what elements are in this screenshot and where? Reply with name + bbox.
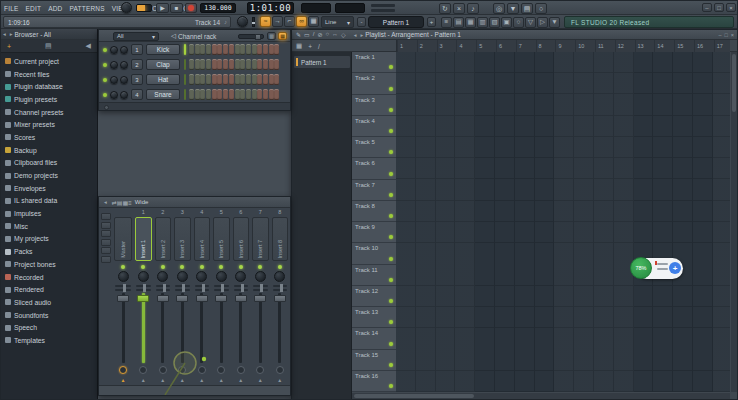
- menu-item[interactable]: FILE: [4, 5, 19, 12]
- news-banner[interactable]: FL STUDIO 20 Released: [564, 16, 734, 28]
- browser-list-item[interactable]: Plugin database: [1, 80, 97, 93]
- track-mute-led[interactable]: [389, 172, 393, 176]
- screen-share-overlay[interactable]: 78% +: [630, 257, 683, 280]
- strip-eq-knob[interactable]: [178, 366, 186, 374]
- piano-roll-icon[interactable]: ▤: [453, 17, 464, 28]
- plugin-picker-icon[interactable]: ▣: [501, 17, 512, 28]
- sync-icon[interactable]: ↻: [439, 3, 451, 14]
- step-cell[interactable]: [274, 44, 279, 55]
- track-mute-led[interactable]: [389, 299, 393, 303]
- browser-list-item[interactable]: Plugin presets: [1, 93, 97, 106]
- browser-list-item[interactable]: Project bones: [1, 258, 97, 271]
- step-cell[interactable]: [200, 44, 205, 55]
- menu-item[interactable]: ADD: [48, 5, 62, 12]
- playlist-track-header[interactable]: Track 6: [352, 158, 396, 179]
- strip-pan-knob[interactable]: [255, 271, 266, 282]
- ruler-bar-number[interactable]: 15: [674, 40, 694, 52]
- channel-select-indicator[interactable]: [184, 89, 186, 100]
- track-mute-led[interactable]: [389, 108, 393, 112]
- strip-stereo-sliders[interactable]: [214, 285, 229, 293]
- strip-fader[interactable]: [193, 293, 212, 363]
- strip-name-plate[interactable]: Insert 7: [252, 217, 269, 261]
- strip-pan-knob[interactable]: [138, 271, 149, 282]
- main-pitch-slider[interactable]: [252, 17, 255, 27]
- browser-list-item[interactable]: Backup: [1, 144, 97, 157]
- channel-pan-knob[interactable]: [110, 76, 118, 84]
- strip-mute-led[interactable]: [239, 265, 243, 269]
- channel-rack-titlebar[interactable]: All ▾ ◁ Channel rack ▥ ▦: [99, 30, 290, 42]
- plugin-icon[interactable]: ▤: [521, 3, 533, 14]
- picker-pattern-item[interactable]: Pattern 1: [294, 56, 350, 68]
- step-cell[interactable]: [269, 89, 274, 100]
- strip-pan-knob[interactable]: [118, 271, 129, 282]
- channel-mute-led[interactable]: [103, 63, 107, 67]
- scroll-thumb[interactable]: [732, 54, 736, 112]
- pattern-next-button[interactable]: +: [427, 17, 436, 27]
- channel-pan-knob[interactable]: [110, 46, 118, 54]
- strip-route-arrow-icon[interactable]: ▲: [134, 377, 153, 383]
- track-mute-led[interactable]: [389, 65, 393, 69]
- step-cell[interactable]: [235, 89, 240, 100]
- strip-eq-knob[interactable]: [256, 366, 264, 374]
- channel-number-button[interactable]: 1: [131, 44, 143, 55]
- strip-eq-knob[interactable]: [237, 366, 245, 374]
- file-icon[interactable]: ▤: [45, 42, 52, 50]
- collapse-right-icon[interactable]: ▸: [360, 32, 363, 38]
- strip-fader[interactable]: [113, 293, 133, 363]
- preview-speaker-icon[interactable]: ◀: [86, 42, 91, 50]
- time-display[interactable]: 1:01:00: [247, 2, 294, 14]
- browser-list-item[interactable]: Channel presets: [1, 106, 97, 119]
- playlist-vertical-scrollbar[interactable]: [731, 52, 737, 392]
- pencil-icon[interactable]: ✎: [296, 31, 301, 38]
- strip-mute-led[interactable]: [161, 265, 165, 269]
- step-cell[interactable]: [223, 59, 228, 70]
- strip-stereo-sliders[interactable]: [253, 285, 268, 293]
- ruler-bar-number[interactable]: 11: [595, 40, 615, 52]
- blend-notes-icon[interactable]: ≈: [260, 16, 271, 27]
- panic-icon[interactable]: ×: [453, 3, 465, 14]
- collapse-left-icon[interactable]: ◂: [3, 31, 6, 37]
- strip-mute-led[interactable]: [200, 265, 204, 269]
- channel-number-button[interactable]: 4: [131, 89, 143, 100]
- strip-name-plate[interactable]: Insert 8: [272, 217, 289, 261]
- browser-list-item[interactable]: Impulses: [1, 207, 97, 220]
- ruler-bar-number[interactable]: 9: [555, 40, 575, 52]
- track-mute-led[interactable]: [389, 214, 393, 218]
- step-cell[interactable]: [263, 74, 268, 85]
- strip-fader[interactable]: [154, 293, 173, 363]
- step-cell[interactable]: [246, 44, 251, 55]
- step-cell[interactable]: [195, 59, 200, 70]
- mixer-layout-label[interactable]: Wide: [135, 199, 149, 205]
- step-cell[interactable]: [229, 74, 234, 85]
- step-cell[interactable]: [189, 44, 194, 55]
- typing-piano-icon[interactable]: ▦: [308, 16, 319, 27]
- keyboard-editor-icon[interactable]: ▦: [278, 32, 287, 40]
- step-cell[interactable]: [263, 89, 268, 100]
- fader-handle[interactable]: [137, 295, 149, 302]
- strip-mute-led[interactable]: [180, 265, 184, 269]
- step-cell[interactable]: [274, 59, 279, 70]
- channel-volume-knob[interactable]: [120, 61, 128, 69]
- tempo-tap-icon[interactable]: ○: [513, 17, 524, 28]
- step-cell[interactable]: [189, 89, 194, 100]
- maximize-icon[interactable]: □: [724, 32, 727, 38]
- channel-pan-knob[interactable]: [110, 91, 118, 99]
- minimize-icon[interactable]: –: [718, 32, 721, 38]
- channel-volume-knob[interactable]: [120, 91, 128, 99]
- playlist-grid[interactable]: [396, 52, 730, 392]
- fader-handle[interactable]: [254, 295, 266, 302]
- step-cell[interactable]: [252, 59, 257, 70]
- step-cell[interactable]: [240, 59, 245, 70]
- pattern-selector[interactable]: Pattern 1: [368, 16, 424, 28]
- browser-list-item[interactable]: Packs: [1, 245, 97, 258]
- step-cell[interactable]: [263, 59, 268, 70]
- shuffle-knob[interactable]: [121, 2, 132, 13]
- step-cell[interactable]: [212, 74, 217, 85]
- strip-name-plate[interactable]: Insert 5: [213, 217, 230, 261]
- browser-list-item[interactable]: Mixer presets: [1, 118, 97, 131]
- playlist-track-header[interactable]: Track 13: [352, 307, 396, 328]
- strip-eq-knob[interactable]: [139, 366, 147, 374]
- mixer-strip[interactable]: 8 Insert 8 ▲: [271, 209, 290, 385]
- search-icon[interactable]: ○: [535, 3, 547, 14]
- playlist-track-header[interactable]: Track 1: [352, 52, 396, 73]
